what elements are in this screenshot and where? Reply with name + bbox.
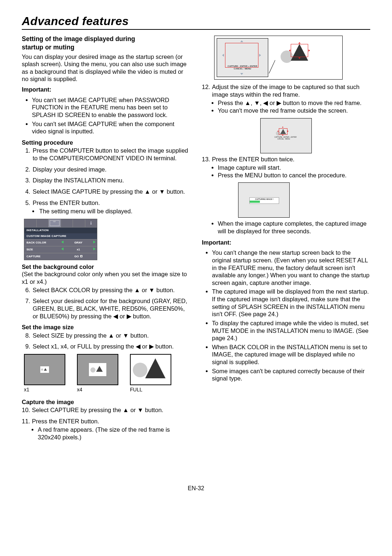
list-item: Select your desired color for the backgr…: [32, 297, 190, 320]
important-list: You can't set IMAGE CAPTURE when PASSWOR…: [22, 96, 190, 135]
list-item: When BACK COLOR in the INSTALLATION menu…: [212, 343, 370, 366]
steps-6-7: Select BACK COLOR by pressing the ▲ or ▼…: [22, 286, 190, 320]
menu-icon: opt.: [49, 219, 61, 227]
list-item: 10.Select CAPTURE by pressing the ▲ or ▼…: [22, 406, 190, 414]
steps-10-11: 10.Select CAPTURE by pressing the ▲ or ▼…: [22, 406, 190, 441]
list-item: You can't set IMAGE CAPTURE when the com…: [32, 120, 190, 135]
list-item: 12. Adjust the size of the image to be c…: [202, 83, 370, 114]
title-rule: [22, 29, 370, 30]
important-label: Important:: [22, 86, 190, 93]
menu-icon: [24, 219, 37, 227]
set-bg-note: (Set the background color only when you …: [22, 270, 190, 285]
capture-figure-large: CAPTURE : ENTER + ENTERCANCEL : MENU: [214, 36, 343, 80]
size-figure-x1: x1: [24, 354, 65, 393]
list-item: Press the COMPUTER button to select the …: [32, 147, 190, 162]
intro-paragraph: You can display your desired image as th…: [22, 53, 190, 83]
list-item: You can't move the red frame outside the…: [218, 107, 370, 114]
left-column: Setting of the image displayed duringsta…: [22, 35, 190, 445]
arrow-right-icon: [93, 247, 95, 250]
step-13: 13. Press the ENTER button twice. Image …: [202, 156, 370, 179]
list-item: Display your desired image.: [32, 166, 190, 173]
steps-1-5: Press the COMPUTER button to select the …: [22, 147, 190, 215]
arrow-left-icon: [61, 241, 64, 243]
page-number: EN-32: [22, 485, 370, 492]
important-label: Important:: [202, 239, 370, 246]
arrow-right-icon: [93, 241, 95, 243]
capture-label: Capture the image: [22, 398, 190, 406]
steps-8-9: Select SIZE by pressing the ▲ or ▼ butto…: [22, 332, 190, 350]
menu-header: INSTALLATION: [24, 227, 97, 233]
menu-icon-row: opt. i: [24, 219, 97, 227]
list-item: Image capture will start.: [218, 164, 370, 172]
list-item: 11. Press the ENTER button. A red frame …: [22, 418, 190, 441]
capture-screen: CAPTURE : ENTER + ENTERCANCEL : MENU: [217, 38, 268, 77]
list-item: A red frame appears. (The size of the re…: [38, 426, 190, 441]
list-item: You can't set IMAGE CAPTURE when PASSWOR…: [32, 96, 190, 119]
capture-artwork: [280, 40, 327, 75]
list-item: You can't change the new startup screen …: [212, 249, 370, 286]
list-item: 13. Press the ENTER button twice. Image …: [202, 156, 370, 179]
list-item: To display the captured image while the …: [212, 319, 370, 342]
list-item: Press the MENU button to cancel the proc…: [218, 172, 370, 179]
installation-menu-figure: opt. i INSTALLATION CUSTOM IMAGE CAPTURE…: [24, 219, 97, 260]
set-bg-label: Set the background color: [22, 263, 190, 271]
capture-figure-small: CAPTURE : ENTER + ENTER CANCEL : MENU: [260, 118, 312, 153]
go-icon: [80, 255, 82, 257]
menu-row-capture: CAPTURE GO: [24, 253, 97, 260]
arrow-down-icon: [240, 73, 243, 75]
list-item: Select SIZE by pressing the ▲ or ▼ butto…: [32, 332, 190, 339]
important-list-right: You can't change the new startup screen …: [202, 249, 370, 382]
arrow-up-icon: [240, 40, 243, 42]
menu-row-backcolor: BACK COLOR GRAY: [24, 239, 97, 246]
size-figure-x4: x4: [77, 354, 118, 393]
list-item: Some images can't be captured correctly …: [212, 367, 370, 382]
menu-icon: i: [85, 219, 97, 227]
step13-after: When the image capture completes, the ca…: [202, 220, 370, 235]
list-item: Select x1, x4, or FULL by pressing the ◀…: [32, 343, 190, 350]
setting-procedure-label: Setting procedure: [22, 139, 190, 146]
list-item: Select IMAGE CAPTURE by pressing the ▲ o…: [32, 188, 190, 196]
arrow-left-icon: [61, 247, 64, 250]
step-12: 12. Adjust the size of the image to be c…: [202, 83, 370, 114]
menu-icon: [73, 219, 85, 227]
set-size-label: Set the image size: [22, 323, 190, 331]
size-figure-full: FULL: [130, 354, 171, 393]
list-item: Display the INSTALLATION menu.: [32, 177, 190, 184]
section-heading: Setting of the image displayed duringsta…: [22, 35, 190, 52]
menu-row-size: SIZE x1: [24, 246, 97, 253]
list-item: When the image capture completes, the ca…: [218, 220, 370, 235]
right-column: CAPTURE : ENTER + ENTERCANCEL : MENU 12.…: [202, 35, 370, 445]
list-item: The captured image will be displayed fro…: [212, 288, 370, 318]
menu-subheader: CUSTOM IMAGE CAPTURE: [24, 233, 97, 239]
menu-icon: [37, 219, 49, 227]
arrow-left-icon: [222, 54, 224, 57]
list-item: The setting menu will be displayed.: [38, 208, 190, 215]
list-item: Press the ENTER button. The setting menu…: [32, 199, 190, 215]
page-title: Advanced features: [22, 14, 370, 28]
arrow-right-icon: [259, 54, 261, 57]
size-preview-row: x1 x4 FULL: [24, 354, 190, 393]
menu-icon: [61, 219, 73, 227]
list-item: Press the ▲, ▼, ◀ or ▶ button to move th…: [218, 99, 370, 107]
list-item: Select BACK COLOR by pressing the ▲ or ▼…: [32, 286, 190, 294]
capturing-figure: CAPTURING IMAGE !: [238, 182, 290, 218]
